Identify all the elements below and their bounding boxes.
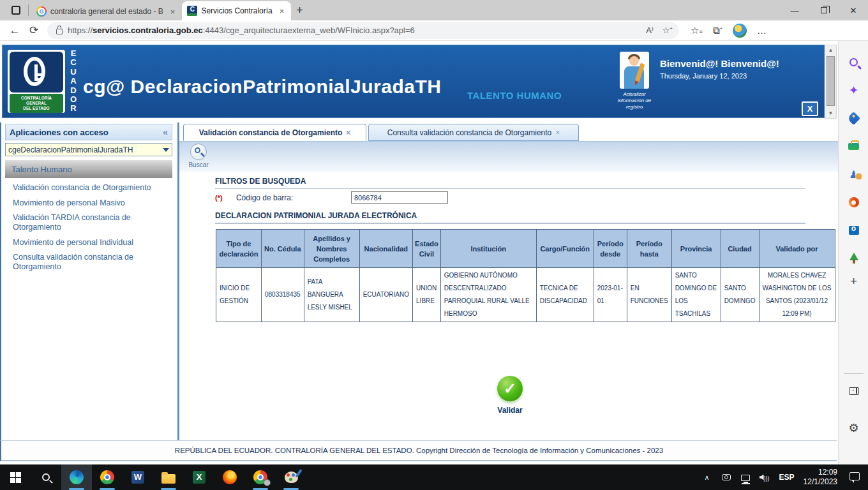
filters-title: FILTROS DE BUSQUEDA <box>215 177 306 186</box>
hidden-icons-chevron[interactable]: ∧ <box>698 473 717 482</box>
browser-tab-inactive[interactable]: contraloria general del estado - B × <box>31 3 182 20</box>
sidebar-group-talento-humano[interactable]: Talento Humano <box>5 160 172 178</box>
cell-cedula: 0803318435 <box>262 268 304 322</box>
taskbar-word-button[interactable]: W <box>123 464 153 490</box>
meet-now-icon[interactable] <box>717 473 736 482</box>
sidebar-settings-icon[interactable]: ⚙ <box>839 419 868 438</box>
banner-scrollbar[interactable]: ▲ ▼ <box>825 45 837 119</box>
tab-close-icon[interactable]: × <box>278 6 287 16</box>
collections-icon[interactable]: ⧉+ <box>713 25 722 36</box>
add-sidebar-item-icon[interactable]: + <box>839 272 868 291</box>
profile-avatar[interactable] <box>733 24 747 38</box>
col-header: Apellidos y Nombres Completos <box>304 230 359 268</box>
refresh-button[interactable]: ⟳ <box>24 24 43 37</box>
url-text[interactable]: https://servicios.contraloria.gob.ec:444… <box>68 26 646 35</box>
language-indicator[interactable]: ESP <box>774 473 800 482</box>
cell-estado-civil: UNION LIBRE <box>413 268 441 322</box>
taskbar-explorer-button[interactable] <box>153 464 184 490</box>
barcode-filter-row: (*) Código de barra: <box>215 193 662 206</box>
chrome-icon <box>100 470 114 484</box>
cell-validado-por: MORALES CHAVEZ WASHINGTON DE LOS SANTOS … <box>759 268 835 322</box>
barcode-input[interactable] <box>351 191 448 204</box>
new-tab-button[interactable]: + <box>296 4 303 17</box>
banner-close-button[interactable]: X <box>802 101 818 116</box>
network-icon[interactable] <box>736 473 755 482</box>
start-button[interactable] <box>0 464 31 490</box>
taskbar-chrome-button[interactable] <box>92 464 123 490</box>
add-favorite-icon[interactable]: ☆+ <box>662 26 673 35</box>
restore-icon <box>821 7 827 13</box>
sidebar-item-movimiento-individual[interactable]: Movimiento de personal Individual <box>13 238 174 248</box>
notification-center-button[interactable] <box>844 471 865 483</box>
favorites-icon[interactable]: ☆≡ <box>691 25 703 36</box>
sidebar-search-icon[interactable] <box>839 52 868 71</box>
games-icon[interactable]: ♟ <box>839 165 868 184</box>
tab-consulta-validacion[interactable]: Consulta validación constancia de Otorga… <box>368 124 579 141</box>
scrollbar-thumb[interactable] <box>827 56 835 106</box>
tab-close-icon[interactable]: × <box>346 128 350 137</box>
sidebar-item-movimiento-masivo[interactable]: Movimiento de personal Masivo <box>13 198 174 208</box>
restore-button[interactable] <box>809 0 839 20</box>
tab-close-icon[interactable]: × <box>168 7 177 17</box>
taskbar-paint-button[interactable] <box>276 464 306 490</box>
sidebar-item-validacion-tardia[interactable]: Validación TARDIA constancia de Otorgami… <box>13 213 174 232</box>
scroll-down-icon[interactable]: ▼ <box>825 108 836 118</box>
taskbar-search-button[interactable] <box>31 464 61 490</box>
taskbar-excel-button[interactable]: X <box>184 464 214 490</box>
app-subtitle: TALENTO HUMANO <box>467 90 562 101</box>
welcome-block: Bienvenid@! Bienvenid@! Thursday, Januar… <box>660 58 779 80</box>
main-area: Validación constancia de Otorgamiento × … <box>179 122 838 440</box>
application-select[interactable]: cgeDeclaracionPatrimonialJuradaTH <box>5 143 172 156</box>
declaration-table: Tipo de declaración No. Cédula Apellidos… <box>216 229 835 322</box>
content-panel: FILTROS DE BUSQUEDA (*) Código de barra:… <box>179 172 838 440</box>
collapse-sidebar-icon[interactable]: « <box>163 127 168 137</box>
windows-taskbar: W X ∧ ))) ESP 12:09 12/1/2023 <box>0 464 868 490</box>
scroll-up-icon[interactable]: ▲ <box>825 45 836 55</box>
buscar-button[interactable]: Buscar <box>184 144 213 168</box>
outlook-icon[interactable] <box>839 221 868 240</box>
update-registration-link[interactable]: Actualizar información de registro <box>614 91 655 110</box>
tree-icon[interactable] <box>839 249 868 268</box>
taskbar-chrome-profile-button[interactable] <box>245 464 276 490</box>
tab-close-icon[interactable]: × <box>555 128 560 137</box>
chevron-down-icon <box>163 148 169 152</box>
divider <box>28 4 29 16</box>
buscar-label: Buscar <box>184 161 213 168</box>
action-ribbon: Buscar <box>179 141 838 172</box>
office-icon[interactable] <box>839 193 868 212</box>
minimize-button[interactable]: — <box>780 0 809 20</box>
screen: contraloria general del estado - B × Ser… <box>0 0 868 490</box>
taskbar-firefox-button[interactable] <box>214 464 245 490</box>
tab-actions-menu-icon[interactable] <box>8 2 24 19</box>
hide-sidebar-icon[interactable] <box>839 382 868 401</box>
tab-validacion-constancia[interactable]: Validación constancia de Otorgamiento × <box>183 124 366 141</box>
browser-tab-active[interactable]: Servicios Contraloría × <box>182 1 291 20</box>
volume-icon[interactable]: ))) <box>755 473 774 482</box>
excel-icon: X <box>193 471 206 484</box>
clock[interactable]: 12:09 12/1/2023 <box>800 468 844 487</box>
user-avatar-icon[interactable] <box>620 52 649 89</box>
close-button[interactable]: ✕ <box>839 0 868 20</box>
shopping-icon[interactable] <box>839 108 868 128</box>
web-page: CONTRALORÍA GENERAL DEL ESTADO E C U A D… <box>0 41 838 464</box>
sidebar-item-validacion-constancia[interactable]: Validación constancia de Otorgamiento <box>13 183 174 193</box>
sidebar-header: Aplicaciones con acceso « <box>5 124 172 140</box>
validar-button[interactable]: Validar <box>486 376 534 415</box>
cell-periodo-hasta: EN FUNCIONES <box>627 268 671 322</box>
copilot-icon[interactable]: ✦ <box>839 80 868 100</box>
read-aloud-icon[interactable]: A) <box>646 26 653 35</box>
lock-icon[interactable] <box>56 29 63 34</box>
settings-menu-icon[interactable]: … <box>757 25 767 36</box>
taskbar-edge-button[interactable] <box>61 464 92 490</box>
col-header: Ciudad <box>721 230 759 268</box>
word-icon: W <box>131 471 144 484</box>
footer-text: REPÚBLICA DEL ECUADOR. CONTRALORÍA GENER… <box>175 447 663 454</box>
col-header: Cargo/Función <box>536 230 594 268</box>
tools-icon[interactable] <box>839 137 868 156</box>
col-header: No. Cédula <box>262 230 304 268</box>
back-button[interactable]: ← <box>5 24 24 37</box>
edge-sidebar: ✦ ♟ + ⚙ <box>838 41 868 464</box>
sidebar-item-consulta-validacion[interactable]: Consulta validación constancia de Otorga… <box>13 253 174 272</box>
address-bar[interactable]: https://servicios.contraloria.gob.ec:444… <box>47 22 679 39</box>
page-footer: REPÚBLICA DEL ECUADOR. CONTRALORÍA GENER… <box>0 440 837 461</box>
